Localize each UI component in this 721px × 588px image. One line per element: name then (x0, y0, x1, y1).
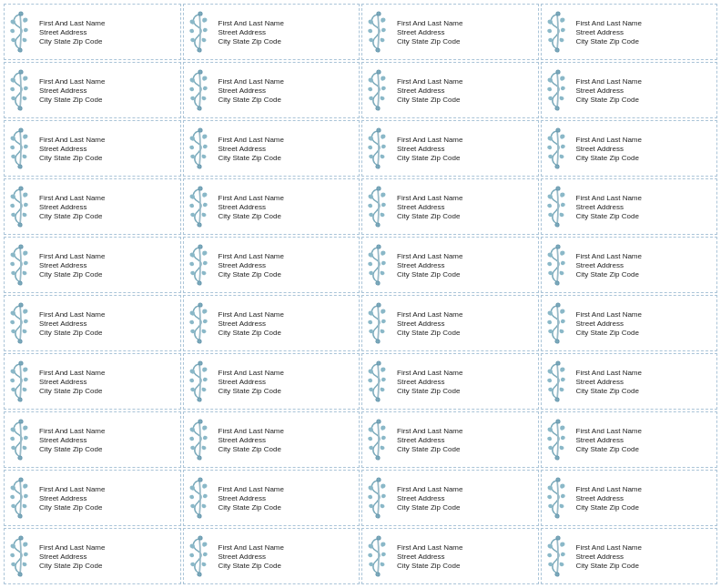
svg-point-16 (19, 128, 23, 132)
svg-point-76 (377, 536, 381, 540)
label-city-line: City State Zip Code (576, 154, 642, 162)
label-street-line: Street Address (39, 86, 105, 95)
label-street-line: Street Address (397, 261, 462, 269)
label-decorative-icon (186, 418, 215, 461)
label-address-text: First And Last Name Street Address City … (218, 252, 284, 279)
label-street-line: Street Address (218, 86, 284, 95)
label-city-line: City State Zip Code (39, 387, 105, 395)
label-street-line: Street Address (218, 203, 284, 211)
label-city-line: City State Zip Code (218, 503, 284, 512)
label-name-line: First And Last Name (218, 77, 284, 86)
label-city-line: City State Zip Code (39, 37, 105, 46)
label-decorative-icon (6, 418, 36, 461)
label-address-text: First And Last Name Street Address City … (576, 485, 642, 512)
label-city-line: City State Zip Code (397, 329, 462, 337)
svg-point-13 (376, 106, 380, 110)
label-item: First And Last Name Street Address City … (541, 4, 718, 60)
label-street-line: Street Address (576, 378, 642, 386)
label-address-text: First And Last Name Street Address City … (218, 194, 284, 220)
label-name-line: First And Last Name (397, 194, 462, 202)
label-name-line: First And Last Name (397, 310, 462, 319)
svg-point-60 (377, 420, 381, 423)
label-street-line: Street Address (576, 436, 642, 444)
svg-point-6 (556, 12, 560, 15)
label-item: First And Last Name Street Address City … (361, 411, 539, 468)
label-item: First And Last Name Street Address City … (541, 411, 718, 468)
label-city-line: City State Zip Code (397, 212, 462, 220)
label-decorative-icon (543, 127, 573, 170)
svg-point-74 (198, 536, 202, 540)
label-name-line: First And Last Name (576, 252, 642, 260)
label-address-text: First And Last Name Street Address City … (576, 427, 642, 453)
svg-point-57 (18, 456, 22, 460)
label-address-text: First And Last Name Street Address City … (576, 543, 642, 570)
label-street-line: Street Address (576, 553, 642, 561)
label-street-line: Street Address (218, 553, 284, 561)
label-name-line: First And Last Name (397, 136, 462, 144)
label-street-line: Street Address (397, 203, 462, 211)
label-street-line: Street Address (218, 494, 284, 502)
label-street-line: Street Address (39, 261, 105, 269)
label-street-line: Street Address (218, 436, 284, 444)
label-city-line: City State Zip Code (576, 37, 642, 46)
label-item: First And Last Name Street Address City … (541, 295, 718, 351)
label-street-line: Street Address (397, 494, 462, 502)
label-address-text: First And Last Name Street Address City … (218, 310, 284, 337)
svg-point-21 (376, 165, 380, 168)
label-address-text: First And Last Name Street Address City … (576, 19, 642, 46)
label-address-text: First And Last Name Street Address City … (218, 369, 284, 395)
label-decorative-icon (543, 68, 573, 112)
svg-point-35 (198, 281, 201, 285)
svg-point-50 (198, 361, 202, 365)
label-street-line: Street Address (576, 261, 642, 269)
label-street-line: Street Address (576, 203, 642, 211)
label-name-line: First And Last Name (39, 427, 105, 435)
label-name-line: First And Last Name (397, 485, 462, 493)
label-name-line: First And Last Name (218, 485, 284, 493)
svg-point-51 (198, 398, 201, 401)
label-item: First And Last Name Street Address City … (183, 353, 360, 410)
label-decorative-icon (364, 127, 393, 170)
label-item: First And Last Name Street Address City … (4, 62, 181, 118)
label-decorative-icon (543, 418, 573, 461)
svg-point-31 (555, 223, 559, 227)
label-item: First And Last Name Street Address City … (541, 62, 718, 118)
svg-point-45 (376, 340, 380, 343)
label-item: First And Last Name Street Address City … (361, 120, 539, 177)
label-street-line: Street Address (39, 203, 105, 211)
label-item: First And Last Name Street Address City … (183, 470, 360, 526)
svg-point-33 (18, 281, 22, 285)
svg-point-2 (198, 12, 202, 15)
label-item: First And Last Name Street Address City … (541, 120, 718, 177)
svg-point-34 (198, 245, 202, 248)
label-decorative-icon (6, 10, 36, 54)
label-item: First And Last Name Street Address City … (183, 4, 360, 60)
label-street-line: Street Address (218, 378, 284, 386)
label-name-line: First And Last Name (39, 136, 105, 144)
label-decorative-icon (364, 534, 393, 578)
label-address-text: First And Last Name Street Address City … (39, 543, 105, 570)
label-city-line: City State Zip Code (397, 37, 462, 46)
label-street-line: Street Address (397, 378, 462, 386)
svg-point-66 (198, 478, 202, 482)
label-street-line: Street Address (576, 145, 642, 153)
svg-point-64 (19, 478, 23, 482)
svg-point-72 (19, 536, 23, 540)
label-street-line: Street Address (576, 319, 642, 328)
label-address-text: First And Last Name Street Address City … (397, 194, 462, 220)
svg-point-7 (555, 48, 559, 52)
label-address-text: First And Last Name Street Address City … (397, 19, 462, 46)
label-address-text: First And Last Name Street Address City … (39, 252, 105, 279)
svg-point-15 (555, 106, 559, 110)
label-city-line: City State Zip Code (218, 329, 284, 337)
label-name-line: First And Last Name (39, 77, 105, 86)
label-city-line: City State Zip Code (576, 270, 642, 279)
label-address-text: First And Last Name Street Address City … (218, 485, 284, 512)
svg-point-12 (377, 70, 381, 74)
svg-point-75 (198, 573, 201, 576)
label-address-text: First And Last Name Street Address City … (39, 485, 105, 512)
label-street-line: Street Address (397, 553, 462, 561)
label-decorative-icon (6, 301, 36, 345)
svg-point-19 (198, 165, 201, 168)
label-decorative-icon (543, 360, 573, 403)
